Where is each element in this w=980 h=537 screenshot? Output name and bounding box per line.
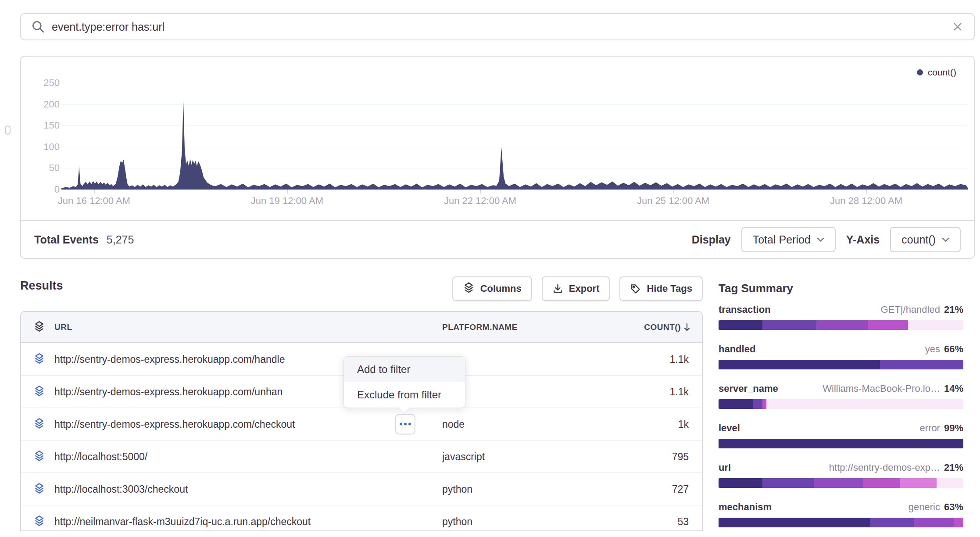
x-axis-tick-label: Jun 22 12:00 AM xyxy=(444,195,516,207)
y-axis-tick-label: 50 xyxy=(29,162,60,174)
stack-icon xyxy=(33,385,45,398)
tag-bar-segment[interactable] xyxy=(814,478,863,488)
yaxis-label: Y-Axis xyxy=(846,233,880,246)
search-bar[interactable] xyxy=(20,13,975,40)
url-cell[interactable]: http://sentry-demos-express.herokuapp.co… xyxy=(54,386,283,397)
export-button[interactable]: Export xyxy=(542,276,610,301)
table-row[interactable]: http://neilmanvar-flask-m3uuizd7iq-uc.a.… xyxy=(21,505,702,531)
column-header-url[interactable]: URL xyxy=(54,322,72,332)
column-header-count[interactable]: COUNT() xyxy=(644,322,691,332)
x-axis-tick xyxy=(287,190,288,193)
url-cell[interactable]: http://sentry-demos-express.herokuapp.co… xyxy=(54,418,295,430)
stack-icon xyxy=(33,352,45,366)
chevron-down-icon xyxy=(942,237,949,242)
tag-bar-segment[interactable] xyxy=(719,360,880,369)
url-cell[interactable]: http://localhost:5000/ xyxy=(54,451,147,462)
table-row[interactable]: http://localhost:5000/javascript795 xyxy=(21,440,702,473)
count-header-label: COUNT() xyxy=(644,322,681,332)
tag-top-value: http://sentry-demos-exp… xyxy=(829,462,940,473)
tag-distribution-bar[interactable] xyxy=(719,360,963,369)
columns-button[interactable]: Columns xyxy=(452,276,532,301)
column-header-platform[interactable]: PLATFORM.NAME xyxy=(442,322,518,332)
yaxis-select[interactable]: count() xyxy=(890,227,961,252)
tag-top-percentage: 21% xyxy=(944,462,963,473)
cell-actions-button[interactable] xyxy=(395,414,415,434)
platform-cell: node xyxy=(442,418,465,430)
url-cell[interactable]: http://neilmanvar-flask-m3uuizd7iq-uc.a.… xyxy=(54,516,311,528)
chart-footer: Total Events 5,275 Display Total Period … xyxy=(21,220,974,258)
tag-top-percentage: 14% xyxy=(944,383,963,394)
tag-bar-segment[interactable] xyxy=(868,320,908,330)
tag-summary-row: server_nameWilliams-MacBook-Pro.lo…14% xyxy=(719,383,963,409)
display-select-value: Total Period xyxy=(753,233,811,246)
chart-legend[interactable]: count() xyxy=(917,67,956,78)
tag-summary-row: transactionGET|/handled21% xyxy=(719,304,963,330)
tag-distribution-bar[interactable] xyxy=(719,478,963,488)
stack-icon xyxy=(33,515,45,529)
tag-bar-segment[interactable] xyxy=(762,399,766,409)
x-axis-tick xyxy=(866,190,867,193)
resize-handle[interactable] xyxy=(5,125,11,135)
x-axis-tick xyxy=(480,190,481,193)
platform-cell: javascript xyxy=(442,451,485,462)
tag-bar-segment[interactable] xyxy=(719,518,870,527)
tag-distribution-bar[interactable] xyxy=(719,518,963,527)
tag-bar-segment[interactable] xyxy=(816,320,868,330)
tag-distribution-bar[interactable] xyxy=(719,439,963,448)
url-cell[interactable]: http://sentry-demos-express.herokuapp.co… xyxy=(54,353,285,365)
tag-bar-segment[interactable] xyxy=(880,360,963,369)
tag-bar-segment[interactable] xyxy=(937,478,963,488)
stack-icon xyxy=(33,450,45,463)
clear-search-icon[interactable] xyxy=(952,21,963,32)
tag-top-percentage: 99% xyxy=(944,422,963,434)
y-axis-tick-label: 200 xyxy=(29,99,60,110)
count-cell: 727 xyxy=(672,483,689,495)
tag-bar-segment[interactable] xyxy=(762,320,816,330)
tag-bar-segment[interactable] xyxy=(753,399,762,409)
search-input[interactable] xyxy=(52,21,952,33)
tag-bar-segment[interactable] xyxy=(719,399,753,409)
tag-icon xyxy=(630,283,641,294)
display-label: Display xyxy=(692,233,731,246)
tag-bar-segment[interactable] xyxy=(719,478,762,488)
tag-bar-segment[interactable] xyxy=(719,320,762,330)
tag-bar-segment[interactable] xyxy=(719,439,963,448)
tag-name: url xyxy=(719,462,731,473)
tag-bar-segment[interactable] xyxy=(870,518,914,527)
events-chart-panel: count() 050100150200250 Jun 16 12:00 AMJ… xyxy=(20,56,975,259)
tag-top-value: yes xyxy=(925,344,940,355)
y-axis-tick-label: 100 xyxy=(29,141,60,153)
tag-summary-row: mechanismgeneric63% xyxy=(719,501,963,527)
tag-top-value: error xyxy=(920,422,940,434)
tag-bar-segment[interactable] xyxy=(914,518,953,527)
tag-bar-segment[interactable] xyxy=(766,399,963,409)
tag-bar-segment[interactable] xyxy=(908,320,963,330)
tag-top-value: GET|/handled xyxy=(881,304,940,315)
tag-summary-row: urlhttp://sentry-demos-exp…21% xyxy=(719,462,963,488)
total-events-value: 5,275 xyxy=(107,233,134,246)
chevron-down-icon xyxy=(817,237,824,242)
tag-top-value: generic xyxy=(908,501,940,513)
download-icon xyxy=(552,283,563,294)
menu-item-add-to-filter[interactable]: Add to filter xyxy=(344,357,465,382)
count-cell: 1.1k xyxy=(670,353,689,365)
x-axis-tick xyxy=(94,190,95,193)
table-row[interactable]: http://sentry-demos-express.herokuapp.co… xyxy=(21,408,702,440)
table-row[interactable]: http://localhost:3003/checkoutpython727 xyxy=(21,473,702,505)
stack-icon[interactable] xyxy=(33,320,45,334)
cell-context-menu: Add to filterExclude from filter xyxy=(343,356,465,408)
tag-bar-segment[interactable] xyxy=(762,478,814,488)
chart-plot-area[interactable] xyxy=(61,83,968,190)
tag-top-value: Williams-MacBook-Pro.lo… xyxy=(823,383,940,394)
tag-bar-segment[interactable] xyxy=(900,478,937,488)
hide-tags-button[interactable]: Hide Tags xyxy=(619,276,703,301)
tag-bar-segment[interactable] xyxy=(863,478,900,488)
tag-distribution-bar[interactable] xyxy=(719,399,963,409)
tag-bar-segment[interactable] xyxy=(954,518,963,527)
url-cell[interactable]: http://localhost:3003/checkout xyxy=(54,483,188,495)
display-select[interactable]: Total Period xyxy=(741,227,836,252)
count-cell: 795 xyxy=(672,451,689,462)
tag-distribution-bar[interactable] xyxy=(719,320,963,330)
count-cell: 53 xyxy=(677,516,689,528)
y-axis-tick-label: 250 xyxy=(29,77,60,89)
